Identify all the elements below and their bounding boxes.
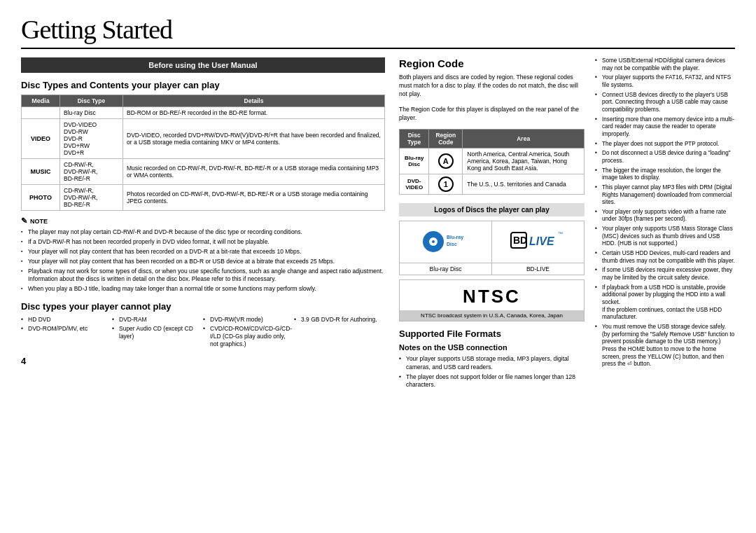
region-code-para-1: Both players and discs are coded by regi… [399,74,584,99]
list-item: The player does not support folder or fi… [399,373,584,389]
list-item: DVD-ROM/PD/MV, etc [21,325,112,333]
list-item: You must remove the USB storage device s… [595,324,735,368]
left-column: Before using the User Manual Disc Types … [21,57,385,391]
right-bullet-list: Some USB/External HDD/digital camera dev… [595,57,735,368]
list-item: DVD-RAM [112,316,203,324]
right-column: Region Code Both players and discs are c… [399,57,735,391]
ntsc-subtitle: NTSC broadcast system in U.S.A, Canada, … [400,310,584,321]
list-item: If a DVD-RW/-R has not been recorded pro… [21,238,385,246]
list-item: Playback may not work for some types of … [21,268,385,283]
cannot-play-col-4: 3.9 GB DVD-R for Authoring. [294,316,385,349]
list-item: HD DVD [21,316,112,324]
table-header-disctype: Disc Type [60,95,123,107]
region-code-title: Region Code [399,57,584,69]
bluray-disc-logo: Blu-ray Disc [421,230,470,254]
disc-types-title: Disc Types and Contents your player can … [21,80,385,90]
list-item: The player may not play certain CD-RW/-R… [21,228,385,236]
notes-usb-title: Notes on the USB connection [399,343,584,352]
list-item: Inserting more than one memory device in… [595,116,735,139]
table-row: PHOTO CD-RW/-R, DVD-RW/-R, BD-RE/-R Phot… [22,185,385,211]
table-row: Blu-ray Disc BD-ROM or BD-RE/-R recorded… [22,107,385,119]
ntsc-box: NTSC NTSC broadcast system in U.S.A, Can… [399,279,584,321]
bluray-logo-item: Blu-ray Disc [400,221,492,263]
logo-labels-row: Blu-ray Disc BD-LIVE [400,263,584,275]
supported-formats-title: Supported File Formats [399,328,584,339]
region-circle-1: 1 [438,176,454,192]
list-item: If some USB devices require excessive po… [595,267,735,282]
region-circle-a: A [438,153,454,169]
region-code-para-2: The Region Code for this player is displ… [399,106,584,123]
cannot-play-col-1: HD DVD DVD-ROM/PD/MV, etc [21,316,112,349]
before-user-manual-banner: Before using the User Manual [21,57,385,73]
list-item: Your player only supports USB Mass Stora… [595,226,735,248]
list-item: Your player only supports video with a f… [595,209,735,223]
note-icon: ✎ [21,216,27,226]
bdlive-label: BD-LIVE [492,263,584,275]
logos-section-header: Logos of Discs the player can play [399,203,584,216]
list-item: Your player supports the FAT16, FAT32, a… [595,74,735,89]
list-item: This player cannot play MP3 files with D… [595,184,735,207]
cannot-play-title: Disc types your player cannot play [21,301,385,312]
bdlive-logo-item: BD LIVE ™ [492,221,584,263]
svg-point-2 [432,240,435,243]
right-top-left: Region Code Both players and discs are c… [399,57,584,391]
table-header-media: Media [22,95,60,107]
logos-row: Blu-ray Disc BD LIVE ™ [400,221,584,263]
svg-text:Blu-ray: Blu-ray [447,235,463,240]
list-item: Some USB/External HDD/digital camera dev… [595,57,735,72]
list-item: CVD/CD-ROM/CDV/CD-G/CD-I/LD (CD-Gs play … [203,325,294,348]
list-item: The player does not support the PTP prot… [595,141,735,148]
bluray-disc-label: Blu-ray Disc [400,263,492,275]
list-item: If playback from a USB HDD is unstable, … [595,284,735,321]
cannot-play-col-2: DVD-RAM Super Audio CD (except CD layer) [112,316,203,349]
list-item: 3.9 GB DVD-R for Authoring. [294,316,385,324]
right-top-section: Region Code Both players and discs are c… [399,57,735,391]
svg-text:Disc: Disc [447,242,457,247]
note-list: The player may not play certain CD-RW/-R… [21,228,385,293]
list-item: Connect USB devices directly to the play… [595,92,735,114]
list-item: Certain USB HDD Devices, multi-card read… [595,250,735,265]
page-number: 4 [21,356,385,366]
region-table: Disc Type Region Code Area Blu-rayDisc A… [399,129,584,195]
list-item: DVD-RW(VR mode) [203,316,294,324]
list-item: Your player supports USB storage media, … [399,355,584,371]
logos-box: Blu-ray Disc BD LIVE ™ [399,221,584,275]
region-table-header-code: Region Code [429,130,463,148]
note-title: ✎ NOTE [21,216,385,226]
list-item: When you play a BD-J title, loading may … [21,285,385,293]
table-header-details: Details [123,95,385,107]
svg-text:BD: BD [513,235,527,246]
region-table-header-area: Area [463,130,584,148]
ntsc-title: NTSC [400,280,584,310]
list-item: Do not disconnect a USB device during a … [595,150,735,165]
note-section: ✎ NOTE The player may not play certain C… [21,216,385,293]
cannot-play-section: Disc types your player cannot play HD DV… [21,301,385,349]
list-item: Super Audio CD (except CD layer) [112,325,203,340]
svg-text:LIVE: LIVE [529,235,555,247]
table-row: Blu-rayDisc A North America, Central Ame… [400,148,584,174]
table-row: DVD-VIDEO 1 The U.S., U.S. territories a… [400,174,584,195]
svg-text:™: ™ [558,231,563,236]
cannot-play-col-3: DVD-RW(VR mode) CVD/CD-ROM/CDV/CD-G/CD-I… [203,316,294,349]
page-title: Getting Started [21,14,735,49]
table-row: MUSIC CD-RW/-R, DVD-RW/-R, BD-RE/-R Musi… [22,159,385,185]
table-row: VIDEO DVD-VIDEO DVD-RW DVD-R DVD+RW DVD+… [22,119,385,159]
bdlive-logo: BD LIVE ™ [510,230,566,254]
region-table-header-disctype: Disc Type [400,130,429,148]
list-item: Your player will not play content that h… [21,258,385,265]
disc-types-table: Media Disc Type Details Blu-ray Disc BD-… [21,95,385,211]
list-item: The bigger the image resolution, the lon… [595,167,735,182]
list-item: Your player will not play content that h… [21,248,385,256]
cannot-play-list: HD DVD DVD-ROM/PD/MV, etc DVD-RAM Super … [21,316,385,349]
before-user-manual-label: Before using the User Manual [148,61,257,69]
usb-notes-list: Your player supports USB storage media, … [399,355,584,388]
right-side-bullets: Some USB/External HDD/digital camera dev… [595,57,735,391]
